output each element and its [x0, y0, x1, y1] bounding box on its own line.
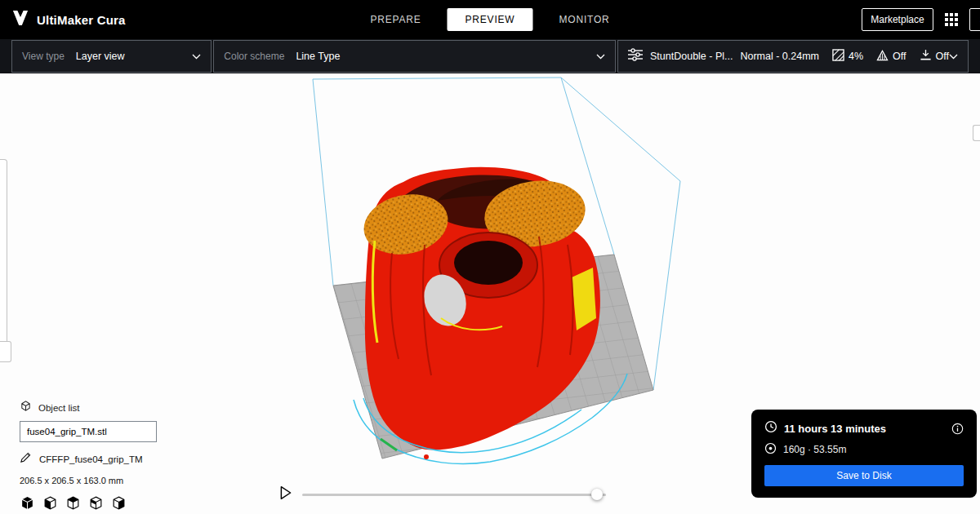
app-title: UltiMaker Cura	[37, 13, 126, 27]
tool-panel-edge-stub	[0, 341, 11, 362]
tab-prepare[interactable]: PREPARE	[352, 8, 439, 31]
view-type-label: View type	[22, 51, 65, 62]
apps-grid-icon[interactable]	[944, 12, 959, 27]
color-scheme-label: Color scheme	[224, 51, 284, 62]
chevron-down-icon	[192, 54, 201, 60]
view-type-value: Layer view	[76, 51, 125, 62]
sliders-icon	[628, 48, 643, 64]
view-front-button[interactable]	[42, 495, 58, 511]
chevron-down-icon	[596, 54, 605, 60]
chevron-down-icon	[949, 54, 958, 60]
adhesion-stat: Off	[920, 49, 949, 64]
stage-tabs: PREPARE PREVIEW MONITOR	[352, 8, 627, 31]
profile-name: Normal - 0.24mm	[740, 51, 819, 62]
view-type-dropdown[interactable]: View type Layer view	[11, 40, 212, 73]
tab-monitor[interactable]: MONITOR	[541, 8, 627, 31]
cube-outline-icon	[20, 400, 32, 415]
save-to-disk-button[interactable]: Save to Disk	[764, 465, 964, 486]
print-time-estimate: 11 hours 13 minutes	[784, 423, 886, 435]
view-right-button[interactable]	[111, 495, 127, 511]
camera-view-buttons	[20, 495, 157, 511]
header-right: Marketplace Sig	[862, 8, 980, 31]
adhesion-value: Off	[936, 51, 949, 62]
print-job-name[interactable]: CFFFP_fuse04_grip_TM	[39, 454, 143, 464]
clock-icon	[764, 420, 777, 436]
model-dimensions: 206.5 x 206.5 x 163.0 mm	[20, 476, 157, 485]
play-icon[interactable]	[279, 485, 292, 500]
layer-slider-fragment[interactable]	[973, 125, 980, 141]
object-list-title: Object list	[38, 403, 80, 413]
tab-preview[interactable]: PREVIEW	[448, 8, 533, 31]
adhesion-icon	[920, 49, 932, 64]
simulation-slider[interactable]	[302, 488, 606, 501]
infill-stat: 4%	[832, 49, 863, 64]
support-value: Off	[893, 51, 906, 62]
simulation-slider-track[interactable]	[302, 494, 606, 496]
printer-name: StuntDouble - Pl...	[650, 51, 733, 62]
view-toolbar: View type Layer view Color scheme Line T…	[0, 39, 980, 73]
print-estimate-panel: 11 hours 13 minutes 160g · 53.55m	[751, 410, 977, 498]
color-scheme-value: Line Type	[296, 51, 340, 62]
viewport-3d[interactable]: Object list CFFFP_fuse04_grip_TM 206.5 x…	[0, 73, 980, 514]
model-preview	[354, 167, 627, 464]
app-logo: UltiMaker Cura	[11, 10, 126, 29]
infill-icon	[832, 49, 844, 64]
object-file-name-field[interactable]	[20, 421, 157, 442]
ultimaker-logo-icon	[11, 10, 29, 29]
support-icon	[876, 49, 889, 64]
infill-value: 4%	[849, 51, 863, 62]
simulation-slider-handle[interactable]	[591, 489, 603, 500]
color-scheme-dropdown[interactable]: Color scheme Line Type	[213, 40, 616, 73]
sign-in-button[interactable]: Sig	[969, 8, 980, 31]
object-list-panel: Object list CFFFP_fuse04_grip_TM 206.5 x…	[20, 400, 157, 511]
cura-window: UltiMaker Cura PREPARE PREVIEW MONITOR M…	[0, 0, 980, 514]
view-left-button[interactable]	[88, 495, 104, 511]
spool-icon	[764, 442, 777, 457]
support-stat: Off	[876, 49, 906, 64]
pencil-icon[interactable]	[20, 451, 32, 467]
object-list-header[interactable]: Object list	[20, 400, 157, 415]
tool-panel-edge	[0, 159, 7, 359]
print-setup-panel[interactable]: StuntDouble - Pl... Normal - 0.24mm 4%	[617, 40, 969, 73]
material-estimate: 160g · 53.55m	[783, 444, 846, 455]
marketplace-button[interactable]: Marketplace	[862, 8, 933, 31]
header: UltiMaker Cura PREPARE PREVIEW MONITOR M…	[0, 0, 980, 39]
info-icon[interactable]	[951, 423, 964, 435]
view-top-button[interactable]	[65, 495, 81, 511]
view-3d-button[interactable]	[20, 495, 35, 511]
